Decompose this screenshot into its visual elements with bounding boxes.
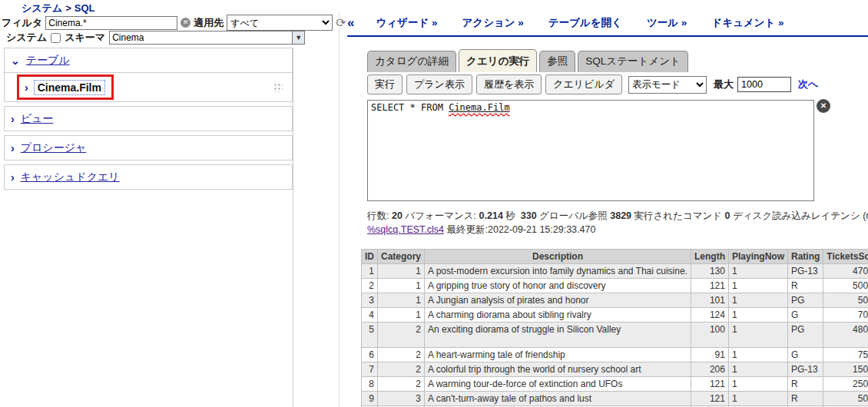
close-icon[interactable]: ✕ xyxy=(817,99,830,113)
cell-rating: G xyxy=(787,308,823,323)
collapse-panel-icon[interactable]: « xyxy=(347,15,354,31)
show-plan-button[interactable]: プラン表示 xyxy=(406,74,472,94)
tab-sql-statements[interactable]: SQLステートメント xyxy=(578,51,687,72)
menu-open-table[interactable]: テーブルを開く xyxy=(548,16,622,30)
query-toolbar: 実行 プラン表示 履歴を表示 クエリビルダ 表示モード 最大 次へ xyxy=(367,74,818,94)
execute-button[interactable]: 実行 xyxy=(367,74,403,94)
menu-items: ウィザード » アクション » テーブルを開く ツール » ドキュメント » xyxy=(376,16,784,30)
column-header: Length xyxy=(691,250,728,264)
stats-part: 20 xyxy=(392,210,403,221)
results-area: IDCategoryDescriptionLengthPlayingNowRat… xyxy=(361,249,868,407)
column-header: Description xyxy=(425,250,691,264)
sidebar-item-cinema-film[interactable]: › Cinema.Film xyxy=(5,72,292,101)
chevron-right-icon: › xyxy=(11,115,15,123)
cell-length: 100 xyxy=(691,323,728,348)
cell-id: 7 xyxy=(362,362,378,377)
schema-bar: システム スキーマ ▼ xyxy=(6,31,305,45)
menu-actions[interactable]: アクション » xyxy=(462,16,524,30)
next-link[interactable]: 次へ xyxy=(798,78,818,91)
tab-execute-query[interactable]: クエリの実行 xyxy=(459,49,537,72)
cell-id: 4 xyxy=(362,308,378,323)
schema-input[interactable] xyxy=(109,31,292,45)
cell-length: 91 xyxy=(691,348,728,362)
tab-catalog-details[interactable]: カタログの詳細 xyxy=(367,51,456,72)
apply-to-label: 適用先 xyxy=(194,16,224,30)
sidebar-item-views[interactable]: › ビュー xyxy=(5,107,292,131)
menu-wizards[interactable]: ウィザード » xyxy=(376,16,437,30)
clear-filter-icon[interactable]: ✕ xyxy=(181,18,190,28)
schema-label: スキーマ xyxy=(65,31,105,45)
cell-id: 5 xyxy=(362,323,378,348)
cinema-film-link[interactable]: Cinema.Film xyxy=(35,81,104,94)
sidebar-item-procedures[interactable]: › プロシージャ xyxy=(5,136,292,160)
query-builder-button[interactable]: クエリビルダ xyxy=(545,74,622,94)
cell-rating: PG xyxy=(787,323,823,348)
cell-playing_now: 1 xyxy=(728,348,787,362)
cell-playing_now: 1 xyxy=(728,264,787,279)
tab-browse[interactable]: 参照 xyxy=(539,51,575,72)
filter-input[interactable] xyxy=(45,16,177,30)
table-header-row: IDCategoryDescriptionLengthPlayingNowRat… xyxy=(362,250,868,264)
procedures-section-box: › プロシージャ xyxy=(4,135,293,160)
stats-part: 0 xyxy=(725,210,731,221)
sidebar-item-tables[interactable]: ⌄ テーブル xyxy=(5,48,292,72)
cell-category: 3 xyxy=(378,392,425,406)
menu-tools[interactable]: ツール » xyxy=(647,16,687,30)
breadcrumb: システム>SQL xyxy=(22,2,95,15)
cell-length: 121 xyxy=(691,279,728,293)
cell-playing_now: 1 xyxy=(728,362,787,377)
show-history-button[interactable]: 履歴を表示 xyxy=(476,74,542,94)
system-label: システム xyxy=(6,31,47,45)
cell-description: A colorful trip through the world of nur… xyxy=(425,362,691,377)
cell-playing_now: 1 xyxy=(728,323,787,348)
breadcrumb-system-link[interactable]: システム xyxy=(22,2,62,14)
stats-part: 0.214 xyxy=(479,210,503,221)
query-editor[interactable]: SELECT * FROM Cinema.Film xyxy=(367,100,814,201)
breadcrumb-separator: > xyxy=(62,2,75,14)
system-checkbox[interactable] xyxy=(51,33,61,43)
cell-playing_now: 1 xyxy=(728,308,787,323)
cell-description: A heart-warming tale of friendship xyxy=(425,348,691,362)
cell-description: An exciting diorama of struggle in Silic… xyxy=(425,323,691,348)
menu-documents[interactable]: ドキュメント » xyxy=(711,16,784,30)
cached-query-link[interactable]: %sqlcq.TEST.cls4 xyxy=(367,224,444,235)
stats-part: ディスク読み込みレイテンシ (ms) クエリ・キャッ xyxy=(731,210,868,221)
refresh-icon[interactable]: ⟳ xyxy=(336,17,346,29)
cell-rating: PG-13 xyxy=(787,264,823,279)
views-link[interactable]: ビュー xyxy=(21,112,54,126)
cell-category: 2 xyxy=(378,377,425,392)
cell-tickets_sold: 50000 xyxy=(823,279,868,293)
chevron-right-icon[interactable]: › xyxy=(25,84,28,91)
cell-id: 6 xyxy=(362,348,378,362)
cell-length: 124 xyxy=(691,308,728,323)
views-section-box: › ビュー xyxy=(4,106,293,131)
display-mode-select[interactable]: 表示モード xyxy=(628,76,707,94)
stats-part: 330 xyxy=(521,210,537,221)
cell-tickets_sold: 7500 xyxy=(823,348,868,362)
cell-id: 1 xyxy=(362,264,378,279)
schema-dropdown-icon[interactable]: ▼ xyxy=(292,31,305,45)
cached-queries-link[interactable]: キャッシュドクエリ xyxy=(21,170,120,184)
column-header: Category xyxy=(378,250,425,264)
cell-playing_now: 1 xyxy=(728,392,787,406)
cell-tickets_sold: 25000 xyxy=(823,377,868,392)
cell-id: 9 xyxy=(362,392,378,406)
table-row: 52An exciting diorama of struggle in Sil… xyxy=(362,323,868,348)
cell-category: 2 xyxy=(378,362,425,377)
max-rows-input[interactable] xyxy=(737,77,791,92)
cell-id: 2 xyxy=(362,279,378,293)
schema-combobox: ▼ xyxy=(109,31,305,45)
cell-length: 130 xyxy=(691,264,728,279)
procedures-link[interactable]: プロシージャ xyxy=(21,141,87,155)
apply-to-select[interactable]: すべて xyxy=(227,15,333,31)
filter-label: フィルタ xyxy=(2,16,42,30)
cell-tickets_sold: 48000 xyxy=(823,323,868,348)
cell-rating: R xyxy=(787,392,823,406)
column-header: PlayingNow xyxy=(728,250,787,264)
tab-bar: カタログの詳細 クエリの実行 参照 SQLステートメント xyxy=(367,49,688,72)
cell-category: 1 xyxy=(378,279,425,293)
drag-handle-icon[interactable] xyxy=(273,83,283,92)
tables-link[interactable]: テーブル xyxy=(26,54,70,68)
sidebar-item-cached-queries[interactable]: › キャッシュドクエリ xyxy=(5,165,292,189)
cell-length: 206 xyxy=(691,362,728,377)
